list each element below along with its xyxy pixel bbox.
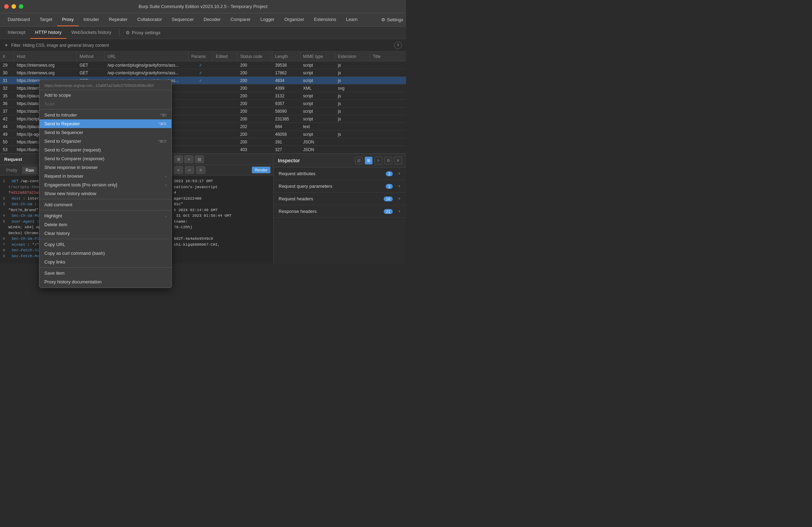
td-length: 58090 xyxy=(272,109,300,114)
td-status: 200 xyxy=(237,63,272,68)
minimize-button[interactable] xyxy=(12,4,16,9)
subnav-intercept[interactable]: Intercept xyxy=(3,27,30,39)
inspector-btn-small[interactable]: ⊟ xyxy=(355,157,363,164)
ctx-item-copy-url[interactable]: Copy URL xyxy=(39,240,171,249)
ctx-item-delete-item[interactable]: Delete item xyxy=(39,220,171,229)
response-menu-btn[interactable]: ≡ xyxy=(196,166,205,174)
ctx-item-add-to-scope[interactable]: Add to scope xyxy=(39,91,171,99)
ctx-item-send-to-intruder[interactable]: Send to Intruder ^⌘I xyxy=(39,111,171,119)
ctx-separator xyxy=(39,239,171,239)
td-mime: script xyxy=(300,117,335,121)
inspector-section-count: 21 xyxy=(384,209,393,214)
inspector-btn-align[interactable]: ⊧ xyxy=(375,157,382,164)
response-toolbar: ⊞ ≡ ▤ xyxy=(171,154,273,165)
subnav-websockets-history[interactable]: WebSockets history xyxy=(66,27,116,39)
response-btn-list[interactable]: ≡ xyxy=(184,155,193,163)
td-length: 46058 xyxy=(272,132,300,137)
title-bar: Burp Suite Community Edition v2023.10.2.… xyxy=(0,0,406,13)
inspector-section-request-attributes[interactable]: Request attributes 2 ▼ xyxy=(274,168,406,180)
ctx-item-send-to-comparer-res[interactable]: Send to Comparer (response) xyxy=(39,154,171,163)
ctx-item-label: Show response in browser xyxy=(44,165,98,170)
td-ext: js xyxy=(335,94,370,98)
th-mime: MIME type xyxy=(300,52,335,61)
td-mime: script xyxy=(300,132,335,137)
subnav-http-history[interactable]: HTTP history xyxy=(30,27,67,39)
response-btn-grid[interactable]: ⊞ xyxy=(174,155,183,163)
response-view-icon[interactable]: ≡ xyxy=(174,166,183,174)
td-length: 231385 xyxy=(272,117,300,121)
nav-item-learn[interactable]: Learn xyxy=(341,13,362,26)
response-newline-btn[interactable]: ↵ xyxy=(185,166,194,174)
inspector-btn-split[interactable]: ⊞ xyxy=(365,157,372,164)
inspector-section-response-headers[interactable]: Response headers 21 ▼ xyxy=(274,205,406,218)
ctx-item-clear-history[interactable]: Clear history xyxy=(39,229,171,238)
response-btn-compact[interactable]: ▤ xyxy=(195,155,204,163)
table-row[interactable]: 29 https://internews.org GET /wp-content… xyxy=(0,61,406,69)
inspector-btn-close[interactable]: ✕ xyxy=(394,157,402,164)
nav-item-intruder[interactable]: Intruder xyxy=(79,13,104,26)
ctx-item-send-to-sequencer[interactable]: Send to Sequencer xyxy=(39,128,171,137)
filter-help-button[interactable]: ? xyxy=(394,42,402,49)
inspector-title: Inspector xyxy=(278,158,353,163)
td-mime: JSON xyxy=(300,140,335,144)
td-ext: js xyxy=(335,63,370,68)
td-status: 200 xyxy=(237,101,272,106)
nav-item-proxy[interactable]: Proxy xyxy=(57,13,79,26)
nav-item-logger[interactable]: Logger xyxy=(256,13,279,26)
ctx-item-copy-curl[interactable]: Copy as curl command (bash) xyxy=(39,249,171,258)
td-params: ✓ xyxy=(189,78,213,83)
td-ext: js xyxy=(335,101,370,106)
settings-label: Settings xyxy=(387,17,403,22)
ctx-item-show-new-history[interactable]: Show new history window xyxy=(39,189,171,198)
ctx-item-copy-links[interactable]: Copy links xyxy=(39,258,171,264)
ctx-item-show-response-in-browser[interactable]: Show response in browser xyxy=(39,163,171,172)
tab-pretty[interactable]: Pretty xyxy=(3,166,21,174)
ctx-item-label: Highlight xyxy=(44,213,62,218)
inspector-section-request-query-params[interactable]: Request query parameters 1 ▼ xyxy=(274,180,406,193)
table-header: # Host Method URL Params Edited Status c… xyxy=(0,52,406,61)
maximize-button[interactable] xyxy=(19,4,23,9)
response-content: 2023 16:53:17 GMT cation/x-javascript 4 … xyxy=(171,176,273,264)
main-nav: Dashboard Target Proxy Intruder Repeater… xyxy=(0,13,406,27)
ctx-item-label: Delete item xyxy=(44,222,67,227)
ctx-item-send-to-comparer-req[interactable]: Send to Comparer (request) xyxy=(39,146,171,154)
nav-item-sequencer[interactable]: Sequencer xyxy=(167,13,199,26)
nav-item-organizer[interactable]: Organizer xyxy=(279,13,309,26)
ctx-item-label: Send to Comparer (response) xyxy=(44,156,104,161)
td-mime: script xyxy=(300,63,335,68)
ctx-item-send-to-repeater[interactable]: Send to Repeater ^⌘R xyxy=(39,119,171,128)
ctx-item-request-in-browser[interactable]: Request in browser › xyxy=(39,172,171,180)
ctx-item-label: Send to Organizer xyxy=(44,139,81,144)
nav-item-extensions[interactable]: Extensions xyxy=(309,13,341,26)
td-num: 31 xyxy=(0,78,14,83)
ctx-item-engagement-tools[interactable]: Engagement tools [Pro version only] › xyxy=(39,180,171,189)
td-num: 49 xyxy=(0,132,14,137)
nav-item-collaborator[interactable]: Collaborator xyxy=(132,13,167,26)
td-ext: svg xyxy=(335,86,370,91)
td-num: 44 xyxy=(0,124,14,129)
nav-item-comparer[interactable]: Comparer xyxy=(226,13,256,26)
th-method: Method xyxy=(77,52,105,61)
nav-item-decoder[interactable]: Decoder xyxy=(199,13,226,26)
nav-item-dashboard[interactable]: Dashboard xyxy=(3,13,35,26)
subnav-proxy-settings[interactable]: ⚙ Proxy settings xyxy=(122,27,164,39)
close-button[interactable] xyxy=(4,4,9,9)
inspector-section-request-headers[interactable]: Request headers 16 ▼ xyxy=(274,193,406,205)
inspector-panel: Inspector ⊟ ⊞ ⊧ ⚙ ✕ Request attributes 2… xyxy=(273,154,406,264)
render-tab[interactable]: Render xyxy=(252,166,271,173)
ctx-item-add-comment[interactable]: Add comment xyxy=(39,200,171,209)
nav-item-target[interactable]: Target xyxy=(35,13,57,26)
filter-text[interactable]: Filter: Hiding CSS, image and general bi… xyxy=(11,43,394,48)
th-ext: Extension xyxy=(335,52,370,61)
table-row[interactable]: 30 https://internews.org GET /wp-content… xyxy=(0,69,406,77)
ctx-item-highlight[interactable]: Highlight › xyxy=(39,211,171,220)
ctx-item-send-to-organizer[interactable]: Send to Organizer ^⌘O xyxy=(39,137,171,146)
td-num: 36 xyxy=(0,101,14,106)
td-params: ✓ xyxy=(189,70,213,75)
tab-raw[interactable]: Raw xyxy=(22,166,37,174)
settings-nav[interactable]: ⚙ Settings xyxy=(381,13,403,26)
inspector-btn-settings[interactable]: ⚙ xyxy=(384,157,392,164)
window-title: Burp Suite Community Edition v2023.10.2.… xyxy=(139,4,267,9)
nav-item-repeater[interactable]: Repeater xyxy=(104,13,132,26)
chevron-down-icon: ▼ xyxy=(398,172,401,176)
